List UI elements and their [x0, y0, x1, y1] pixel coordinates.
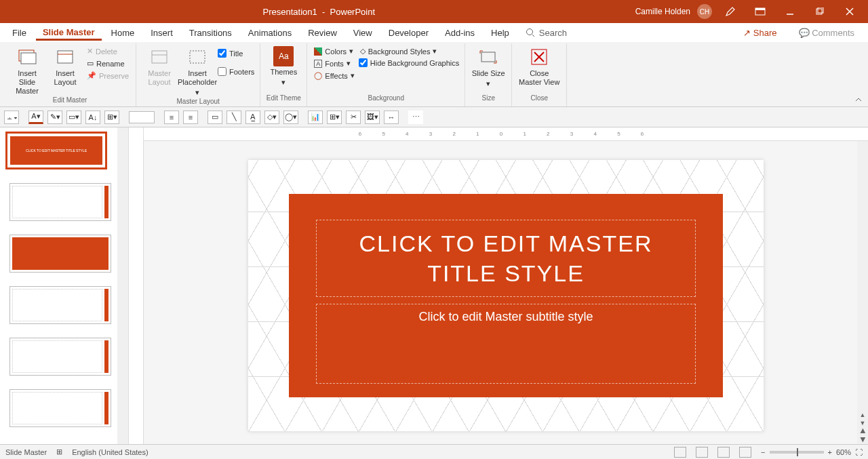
fill-button[interactable]: ▭▾ [66, 111, 81, 124]
align-button[interactable]: ⫠▾ [4, 111, 19, 124]
tab-developer[interactable]: Developer [382, 25, 435, 41]
swatch-selector[interactable] [129, 111, 155, 123]
tab-file[interactable]: File [5, 25, 33, 41]
zoom-control[interactable]: − + 60% ⛶ [761, 448, 863, 456]
close-master-view-button[interactable]: Close Master View [517, 46, 561, 87]
preserve-button[interactable]: 📌Preserve [85, 71, 130, 81]
shapes-button[interactable]: ◇▾ [264, 111, 279, 124]
svg-line-8 [532, 35, 534, 37]
rename-button[interactable]: ▭Rename [85, 58, 130, 68]
picture-button[interactable]: 🖼▾ [365, 111, 380, 124]
footers-checkbox[interactable]: Footers [218, 67, 254, 76]
canvas-scrollbar[interactable]: ▲ ▼ ⯅ ⯆ [857, 141, 868, 444]
thumbnail-layout-3[interactable] [9, 286, 111, 324]
chart-button[interactable]: 📊 [308, 111, 323, 124]
background-styles-button[interactable]: ◇Background Styles ▾ [359, 46, 459, 56]
share-button[interactable]: ↗ Share [735, 25, 785, 41]
layout-icon [54, 46, 76, 68]
fit-window-icon[interactable]: ⛶ [855, 448, 863, 456]
collapse-ribbon-icon[interactable] [854, 96, 864, 105]
group-label: Edit Master [9, 96, 130, 106]
tab-transitions[interactable]: Transitions [182, 25, 239, 41]
tab-help[interactable]: Help [484, 25, 516, 41]
slideshow-view-button[interactable] [739, 447, 751, 458]
thumbnail-layout-4[interactable] [9, 338, 111, 376]
tab-animations[interactable]: Animations [241, 25, 298, 41]
tab-view[interactable]: View [347, 25, 379, 41]
group-background: Colors ▾ AFonts ▾ ◯Effects ▾ ◇Background… [307, 43, 465, 106]
scroll-down-icon[interactable]: ▼ [860, 420, 866, 426]
ribbon-display-icon[interactable] [749, 0, 772, 23]
tab-insert[interactable]: Insert [144, 25, 180, 41]
group-label: Background [313, 94, 459, 106]
insert-layout-button[interactable]: Insert Layout [47, 46, 83, 87]
thumbnail-layout-2[interactable] [9, 235, 111, 273]
hide-bg-graphics-checkbox[interactable]: Hide Background Graphics [359, 58, 459, 67]
group-label: Size [471, 94, 506, 106]
insert-slide-master-button[interactable]: Insert Slide Master [9, 46, 45, 96]
scroll-up-icon[interactable]: ▲ [860, 412, 866, 418]
horizontal-ruler: 6 5 4 3 2 1 0 1 2 3 4 5 6 [144, 127, 868, 141]
minimize-button[interactable] [778, 0, 802, 23]
svg-rect-3 [816, 9, 822, 14]
user-avatar[interactable]: CH [697, 4, 712, 19]
sort-button[interactable]: A↓ [85, 111, 100, 124]
align-right-button[interactable]: ≡ [183, 111, 198, 124]
maximize-button[interactable] [808, 0, 831, 23]
tab-slide-master[interactable]: Slide Master [36, 24, 102, 41]
group-button[interactable]: ⊞▾ [104, 111, 119, 124]
search-box[interactable]: Search [519, 25, 574, 41]
title-checkbox[interactable]: Title [218, 49, 254, 58]
thumbnail-layout-1[interactable] [9, 183, 111, 221]
rect-shape-button[interactable]: ▭ [208, 111, 222, 124]
effects-button[interactable]: ◯Effects ▾ [313, 71, 355, 81]
fonts-button[interactable]: AFonts ▾ [313, 58, 355, 68]
quick-toolbar: ⫠▾ A▾ ✎▾ ▭▾ A↓ ⊞▾ ≡ ≡ ▭ ╲ A̲ ◇▾ ◯▾ 📊 ⊞▾ … [0, 107, 868, 127]
master-subtitle-placeholder[interactable]: Click to edit Master subtitle style [316, 304, 696, 384]
svg-rect-4 [818, 7, 823, 13]
line-shape-button[interactable]: ╲ [226, 111, 241, 124]
close-button[interactable] [838, 0, 861, 23]
delete-layout-button[interactable]: ✕Delete [85, 46, 130, 56]
slide-size-button[interactable]: Slide Size ▾ [471, 46, 506, 88]
zoom-out-icon[interactable]: − [761, 448, 765, 456]
svg-rect-15 [190, 51, 205, 63]
next-slide-icon[interactable]: ⯆ [860, 436, 866, 443]
slide-master-canvas[interactable]: CLICK TO EDIT MASTER TITLE STYLE Click t… [248, 160, 764, 431]
sorter-view-button[interactable] [696, 447, 708, 458]
arrange-button[interactable]: ↔ [384, 111, 399, 124]
comments-button[interactable]: 💬 Comments [791, 25, 863, 41]
tab-review[interactable]: Review [301, 25, 344, 41]
themes-button[interactable]: Aa Themes ▾ [266, 46, 301, 87]
rename-icon: ▭ [87, 59, 94, 68]
accessibility-icon[interactable]: ⊞ [56, 447, 62, 456]
prev-slide-icon[interactable]: ⯅ [860, 428, 866, 435]
crop-button[interactable]: ✂ [346, 111, 361, 124]
reading-view-button[interactable] [717, 447, 730, 458]
highlight-button[interactable]: ✎▾ [47, 111, 62, 124]
align-left-button[interactable]: ≡ [164, 111, 179, 124]
circle-button[interactable]: ◯▾ [283, 111, 298, 124]
textbox-button[interactable]: A̲ [245, 111, 260, 124]
status-language[interactable]: English (United States) [72, 448, 149, 456]
slide-canvas-area: CLICK TO EDIT MASTER TITLE STYLE Click t… [144, 141, 868, 444]
insert-placeholder-button[interactable]: Insert Placeholder ▾ [180, 46, 215, 98]
zoom-in-icon[interactable]: + [828, 448, 832, 456]
font-color-button[interactable]: A▾ [28, 111, 43, 124]
svg-point-7 [526, 29, 532, 35]
normal-view-button[interactable] [674, 447, 686, 458]
pen-icon[interactable] [719, 0, 742, 23]
colors-button[interactable]: Colors ▾ [313, 46, 355, 56]
master-title-placeholder[interactable]: CLICK TO EDIT MASTER TITLE STYLE [316, 220, 696, 297]
more-button[interactable]: ⋯ [408, 111, 423, 124]
themes-icon: Aa [273, 46, 294, 66]
zoom-slider[interactable] [770, 451, 824, 454]
search-icon [526, 28, 535, 37]
thumbnail-scrollbar[interactable] [117, 127, 128, 444]
tab-home[interactable]: Home [104, 25, 142, 41]
thumbnail-master[interactable]: CLICK TO EDIT MASTER TITLE STYLE [5, 132, 107, 169]
thumbnail-layout-5[interactable] [9, 389, 111, 427]
table-button[interactable]: ⊞▾ [327, 111, 342, 124]
window-title: Presentation1 - PowerPoint [3, 7, 635, 17]
tab-addins[interactable]: Add-ins [438, 25, 481, 41]
